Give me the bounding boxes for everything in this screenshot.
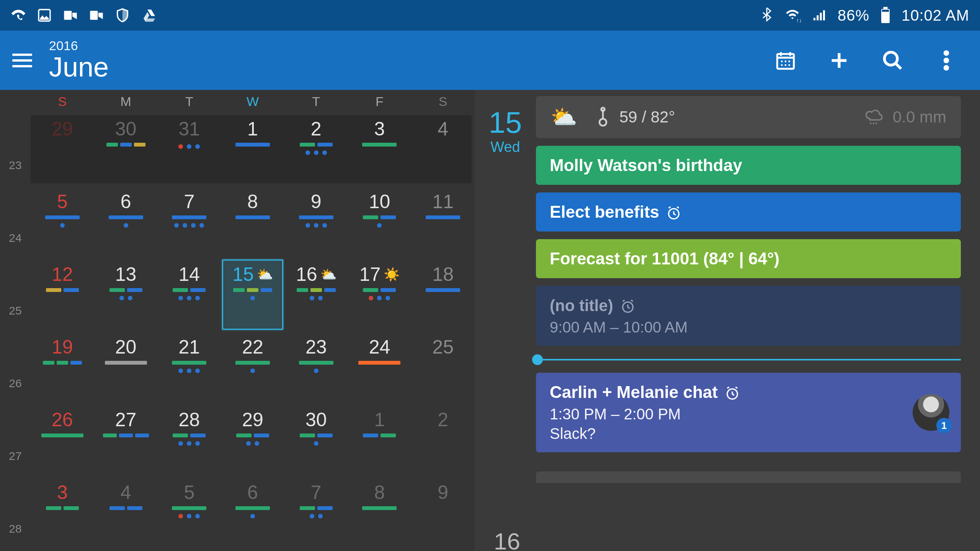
event-dot xyxy=(187,368,191,373)
day-cell[interactable]: 9 xyxy=(284,186,348,258)
event-card[interactable]: Forecast for 11001 (84° | 64°) xyxy=(536,239,961,278)
day-cell[interactable]: 28 xyxy=(157,404,221,476)
event-bar xyxy=(358,361,400,365)
day-cell[interactable]: 30 xyxy=(284,404,348,476)
cell-signal-icon xyxy=(812,8,827,23)
svg-rect-2 xyxy=(90,11,98,20)
event-bar xyxy=(310,288,322,292)
day-cell[interactable]: 10 xyxy=(348,186,412,258)
day-number: 26 xyxy=(52,409,73,431)
event-bar xyxy=(300,143,315,147)
weekday-label: S xyxy=(31,94,94,109)
status-left-icons xyxy=(11,8,158,23)
day-cell[interactable]: 30 xyxy=(94,113,158,186)
day-number: 6 xyxy=(247,481,258,504)
week-number: 27 xyxy=(0,404,31,476)
day-cell[interactable]: 22 xyxy=(221,331,284,404)
day-cell[interactable]: 31 xyxy=(157,113,221,186)
event-bar xyxy=(300,506,315,510)
day-cell[interactable]: 1 xyxy=(221,113,284,186)
event-dot xyxy=(385,296,390,300)
event-dot xyxy=(124,223,128,228)
day-cell[interactable]: 2 xyxy=(411,404,475,476)
event-card[interactable]: Elect benefits xyxy=(536,192,961,231)
day-cell[interactable]: 9 xyxy=(411,476,475,549)
day-cell[interactable]: 16⛅ xyxy=(284,258,348,331)
day-cell[interactable]: 7 xyxy=(284,476,348,549)
day-number: 1 xyxy=(247,118,258,140)
event-dot xyxy=(322,150,327,155)
add-button[interactable] xyxy=(828,49,851,72)
svg-point-14 xyxy=(884,52,897,65)
day-number: 11 xyxy=(432,191,454,213)
event-bar xyxy=(362,143,397,147)
svg-point-8 xyxy=(781,60,783,62)
day-cell[interactable]: 6 xyxy=(221,476,284,549)
day-cell[interactable]: 11 xyxy=(411,186,475,258)
day-cell[interactable]: 13 xyxy=(94,258,158,331)
day-cell[interactable]: 1 xyxy=(348,404,412,476)
event-dot xyxy=(305,223,310,228)
day-cell[interactable]: 24 xyxy=(348,331,412,404)
day-cell[interactable]: 17☀️ xyxy=(348,258,412,331)
agenda-date-col: 15 Wed 16 xyxy=(475,96,536,551)
day-cell[interactable]: 2 xyxy=(284,113,348,186)
day-cell[interactable]: 6 xyxy=(94,186,158,258)
shield-icon xyxy=(115,8,130,23)
svg-point-10 xyxy=(788,60,790,62)
day-cell[interactable]: 8 xyxy=(221,186,284,258)
event-title: Molly Watson's birthday xyxy=(550,156,742,174)
day-cell[interactable]: 5 xyxy=(31,186,94,258)
day-cell[interactable]: 27 xyxy=(94,404,158,476)
day-weather-icon: ⛅ xyxy=(257,267,273,282)
title-block[interactable]: 2016 June xyxy=(49,39,109,82)
day-cell[interactable]: 12 xyxy=(31,258,94,331)
overflow-button[interactable] xyxy=(935,49,958,72)
event-title: Elect benefits xyxy=(550,202,659,221)
search-button[interactable] xyxy=(881,49,904,72)
day-cell[interactable]: 25 xyxy=(411,331,475,404)
event-bar xyxy=(247,288,258,292)
menu-button[interactable] xyxy=(11,49,34,72)
day-cell[interactable]: 14 xyxy=(157,258,221,331)
event-dot xyxy=(187,144,191,149)
day-number: 10 xyxy=(369,191,390,213)
day-number: 27 xyxy=(115,409,137,431)
day-number: 9 xyxy=(311,191,322,213)
day-cell[interactable]: 21 xyxy=(157,331,221,404)
status-bar: ↑↓ 86% 10:02 AM xyxy=(0,0,980,31)
day-cell[interactable]: 19 xyxy=(31,331,94,404)
day-cell[interactable]: 29 xyxy=(31,113,94,186)
day-cell[interactable]: 4 xyxy=(411,113,475,186)
event-bar xyxy=(105,361,147,365)
day-number: 20 xyxy=(115,336,137,358)
event-bar xyxy=(297,288,308,292)
day-cell[interactable]: 4 xyxy=(94,476,158,549)
day-weather-icon: ⛅ xyxy=(320,267,336,282)
day-number: 4 xyxy=(121,481,131,504)
event-card[interactable]: Carlin + Melanie chat1:30 PM – 2:00 PMSl… xyxy=(536,373,961,452)
week-number: 26 xyxy=(0,331,31,404)
day-cell[interactable]: 3 xyxy=(348,113,412,186)
event-bar xyxy=(43,361,54,365)
day-cell[interactable]: 26 xyxy=(31,404,94,476)
day-cell[interactable]: 20 xyxy=(94,331,158,404)
event-bar xyxy=(106,143,118,147)
day-cell[interactable]: 7 xyxy=(157,186,221,258)
day-cell[interactable]: 18 xyxy=(411,258,475,331)
today-button[interactable] xyxy=(774,49,797,72)
day-cell[interactable]: 15⛅ xyxy=(221,258,284,331)
day-cell[interactable]: 3 xyxy=(31,476,94,549)
day-cell[interactable]: 5 xyxy=(157,476,221,549)
event-card[interactable]: Molly Watson's birthday xyxy=(536,146,961,185)
day-number: 5 xyxy=(57,191,68,213)
event-card[interactable]: (no title)9:00 AM – 10:00 AM xyxy=(536,286,961,346)
svg-point-12 xyxy=(785,64,787,66)
day-cell[interactable]: 29 xyxy=(221,404,284,476)
day-cell[interactable]: 23 xyxy=(284,331,348,404)
event-dot xyxy=(178,368,183,373)
day-cell[interactable]: 8 xyxy=(348,476,412,549)
event-dot xyxy=(178,514,183,518)
weather-card[interactable]: ⛅ 59 / 82° 0.0 mm xyxy=(536,96,961,138)
event-bar xyxy=(300,434,315,437)
